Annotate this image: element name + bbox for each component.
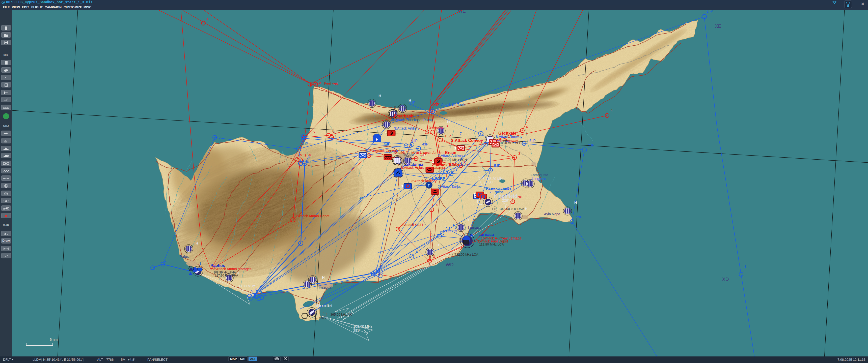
- svg-text:2:IP: 2:IP: [707, 9, 713, 13]
- svg-text:110.30 MHz GEC: 110.30 MHz GEC: [498, 141, 521, 145]
- svg-text:8:Attack Helos at Lakatamia: 8:Attack Helos at Lakatamia: [401, 166, 445, 170]
- svg-text:343.00 kHz DKA: 343.00 kHz DKA: [500, 207, 524, 211]
- svg-text:2:IP: 2:IP: [315, 81, 321, 86]
- svg-text:H: H: [424, 153, 427, 157]
- svg-text:Chan 107X: Chan 107X: [310, 317, 327, 320]
- svg-text:F: F: [376, 137, 378, 141]
- svg-text:8:Attack Runway: 8:Attack Runway: [496, 135, 522, 139]
- svg-text:3: 3: [456, 167, 458, 171]
- svg-text:2: 2: [304, 237, 306, 241]
- svg-text:9: 9: [264, 292, 266, 296]
- svg-text:3: 3: [446, 124, 448, 128]
- svg-text:1: 1: [491, 192, 493, 196]
- svg-text:XD: XD: [722, 276, 729, 282]
- svg-text:Akrotiri: Akrotiri: [315, 303, 333, 308]
- svg-text:H: H: [436, 243, 439, 247]
- svg-text:1: 1: [357, 153, 359, 157]
- svg-text:6: 6: [255, 287, 257, 291]
- svg-text:0: 0: [366, 148, 368, 152]
- svg-text:1:Attack Ammo Depot: 1:Attack Ammo Depot: [295, 214, 330, 218]
- svg-text:H: H: [378, 94, 381, 98]
- svg-text:6: 6: [332, 129, 335, 133]
- svg-text:H: H: [574, 200, 577, 205]
- svg-text:0: 0: [380, 131, 382, 135]
- svg-text:1: 1: [445, 174, 447, 178]
- svg-text:2.IP: 2.IP: [588, 143, 594, 147]
- svg-text:1: 1: [401, 184, 403, 188]
- svg-text:1:IP: 1:IP: [444, 134, 451, 138]
- svg-text:5: 5: [251, 289, 253, 293]
- svg-text:3: 3: [375, 266, 377, 270]
- svg-text:3:IP: 3:IP: [302, 142, 308, 146]
- svg-text:1: 1: [486, 127, 488, 131]
- svg-text:H: H: [447, 120, 450, 124]
- svg-text:4: 4: [526, 125, 528, 129]
- svg-text:432.00 kHz LCA: 432.00 kHz LCA: [455, 253, 478, 256]
- svg-text:3:Attack Artillery: 3:Attack Artillery: [394, 126, 420, 130]
- svg-text:4:IP: 4:IP: [422, 142, 429, 146]
- svg-text:109.70 MHz: 109.70 MHz: [353, 324, 372, 328]
- svg-text:5:IP: 5:IP: [494, 164, 500, 168]
- svg-text:H: H: [195, 241, 198, 245]
- svg-text:6: 6: [416, 250, 418, 254]
- svg-text:5: 5: [450, 166, 452, 170]
- svg-text:Nicosia: Nicosia: [403, 153, 413, 156]
- svg-text:Larnaca: Larnaca: [468, 226, 481, 230]
- svg-text:108.90 MHz: 108.90 MHz: [236, 284, 255, 288]
- svg-text:3: 3: [518, 152, 520, 156]
- svg-text:291°: 291°: [353, 328, 361, 332]
- svg-text:Pafos: Pafos: [180, 255, 189, 259]
- svg-text:3:Sweep: 3:Sweep: [429, 126, 443, 130]
- svg-text:H: H: [467, 218, 469, 222]
- svg-text:3:IP: 3:IP: [359, 196, 365, 200]
- svg-text:1: 1: [164, 258, 166, 262]
- svg-text:6: 6: [308, 155, 310, 159]
- svg-text:4: 4: [436, 203, 438, 207]
- svg-text:8: 8: [463, 160, 465, 164]
- svg-text:WD: WD: [445, 262, 454, 267]
- svg-text:3:Attack SA11: 3:Attack SA11: [401, 223, 424, 227]
- svg-text:7: 7: [460, 132, 462, 136]
- svg-text:Ayia Napa: Ayia Napa: [544, 212, 560, 216]
- svg-text:T: T: [428, 183, 430, 187]
- svg-text:2:IP: 2:IP: [576, 215, 582, 219]
- svg-text:1: 1: [455, 146, 457, 150]
- svg-text:8: 8: [260, 290, 262, 294]
- svg-text:112.80 MHz LCA: 112.80 MHz LCA: [479, 242, 504, 246]
- svg-text:Famagusta: Famagusta: [531, 173, 548, 177]
- svg-text:2: 2: [381, 270, 383, 274]
- svg-text:4:IP: 4:IP: [411, 139, 417, 143]
- svg-text:365.00 kHz AK: 365.00 kHz AK: [330, 312, 352, 317]
- svg-text:H: H: [408, 98, 411, 102]
- svg-text:2:Attack Convoy: 2:Attack Convoy: [451, 138, 483, 143]
- svg-text:6 nm: 6 nm: [50, 337, 58, 341]
- svg-text:2:IP: 2:IP: [433, 103, 439, 107]
- svg-text:4:Ingress: 4:Ingress: [531, 177, 546, 181]
- svg-text:117.90 MHz PHA: 117.90 MHz PHA: [215, 274, 238, 277]
- svg-text:2: 2: [336, 131, 338, 135]
- svg-text:1: 1: [474, 192, 476, 197]
- svg-text:5:IP: 5:IP: [529, 139, 536, 143]
- svg-text:H: H: [525, 206, 528, 211]
- svg-text:4: 4: [453, 223, 455, 227]
- svg-text:1: 1: [744, 264, 746, 268]
- svg-text:2:Attack Tanks: 2:Attack Tanks: [438, 185, 461, 189]
- svg-text:1: 1: [372, 135, 374, 139]
- svg-text:118.20 MHz: 118.20 MHz: [486, 177, 504, 181]
- svg-text:Kyrenia: Kyrenia: [394, 105, 405, 109]
- svg-text:4:IP: 4:IP: [383, 141, 391, 146]
- svg-text:3: 3: [433, 255, 435, 259]
- svg-text:Kingsfield: Kingsfield: [494, 193, 517, 199]
- svg-text:9:Egress: 9:Egress: [443, 229, 457, 233]
- svg-text:3: 3: [455, 225, 457, 229]
- svg-text:114°: 114°: [239, 288, 246, 292]
- svg-text:Feet wet: Feet wet: [324, 81, 338, 86]
- svg-text:1: 1: [199, 261, 202, 265]
- svg-text:3:Attack Artillery: 3:Attack Artillery: [411, 179, 436, 183]
- svg-text:1:Attack Tanks at Nicosia Airp: 1:Attack Tanks at Nicosia Airports: [392, 151, 444, 155]
- svg-text:5: 5: [300, 153, 302, 157]
- svg-text:H: H: [322, 275, 325, 279]
- svg-text:2: 2: [218, 136, 220, 140]
- svg-text:5:Attack Pinarbashi Ramp: 5:Attack Pinarbashi Ramp: [392, 118, 433, 122]
- svg-text:1: 1: [207, 17, 209, 21]
